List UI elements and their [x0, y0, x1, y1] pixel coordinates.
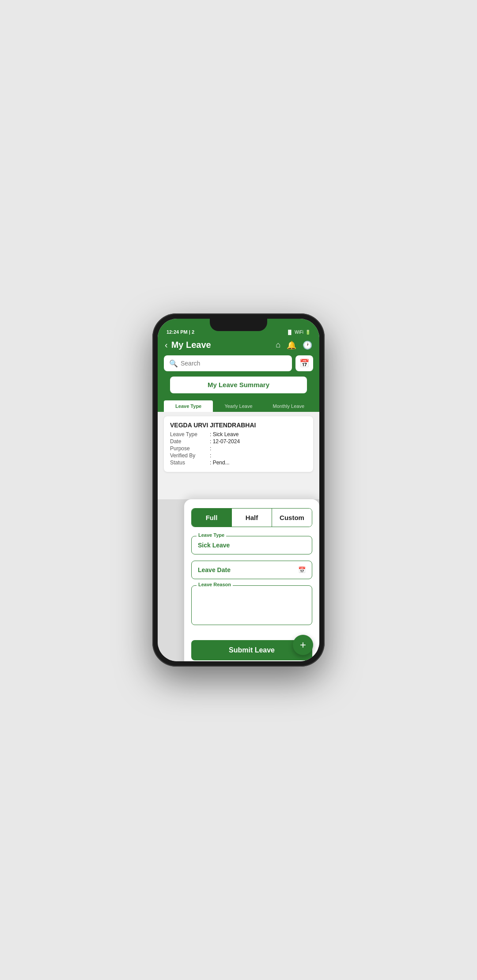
custom-button[interactable]: Custom — [272, 509, 312, 527]
battery-icon: 🔋 — [305, 330, 310, 335]
search-icon: 🔍 — [169, 359, 178, 368]
search-container[interactable]: 🔍 — [164, 355, 292, 371]
leave-reason-field-group: Leave Reason — [191, 585, 312, 627]
leave-type-label: Leave Type — [170, 431, 210, 437]
leave-type-field-label: Leave Type — [197, 532, 226, 538]
home-icon[interactable]: ⌂ — [276, 340, 280, 350]
wifi-icon: WiFi — [295, 330, 303, 335]
app-header: ‹ My Leave ⌂ 🔔 🕐 — [158, 336, 319, 355]
leave-type-input[interactable] — [191, 536, 312, 554]
leave-date-calendar-icon: 📅 — [298, 566, 306, 573]
purpose-label: Purpose — [170, 445, 210, 452]
leave-date-picker[interactable]: Leave Date 📅 — [191, 561, 312, 579]
phone-screen: 12:24 PM | 2 ▐▌ WiFi 🔋 ‹ My Leave ⌂ 🔔 🕐 … — [158, 319, 319, 661]
employee-name: VEGDA URVI JITENDRABHAI — [170, 422, 307, 429]
tabs-row: Leave Type Yearly Leave Monthly Leave — [158, 397, 319, 412]
header-left: ‹ My Leave — [165, 340, 211, 350]
tab-yearly-leave[interactable]: Yearly Leave — [214, 400, 263, 412]
leave-date-field-group: Leave Date 📅 — [191, 561, 312, 579]
leave-type-row: Leave Type : Sick Leave — [170, 431, 307, 437]
signal-icon: ▐▌ — [287, 330, 293, 335]
modal-overlay: Full Half Custom Leave Type Leave Date 📅 — [158, 499, 319, 661]
status-icons: ▐▌ WiFi 🔋 — [287, 330, 310, 335]
tab-leave-type[interactable]: Leave Type — [164, 400, 213, 412]
leave-reason-textarea[interactable] — [191, 585, 312, 625]
full-day-button[interactable]: Full — [192, 509, 232, 527]
verified-value: : — [210, 452, 211, 459]
date-value: : 12-07-2024 — [210, 438, 240, 445]
date-label: Date — [170, 438, 210, 445]
phone-frame: 12:24 PM | 2 ▐▌ WiFi 🔋 ‹ My Leave ⌂ 🔔 🕐 … — [152, 313, 325, 667]
summary-banner: My Leave Summary — [170, 377, 307, 393]
search-row: 🔍 📅 — [158, 355, 319, 377]
calendar-button[interactable]: 📅 — [295, 355, 313, 371]
date-row: Date : 12-07-2024 — [170, 438, 307, 445]
status-time: 12:24 PM | 2 — [167, 329, 194, 335]
status-row: Status : Pend... — [170, 460, 307, 466]
summary-label: My Leave Summary — [208, 381, 269, 388]
header-actions: ⌂ 🔔 🕐 — [276, 340, 312, 350]
verified-label: Verified By — [170, 452, 210, 459]
status-value: : Pend... — [210, 460, 230, 466]
status-label: Status — [170, 460, 210, 466]
back-button[interactable]: ‹ — [165, 340, 168, 350]
notification-icon[interactable]: 🔔 — [287, 340, 296, 350]
fab-button[interactable]: + — [293, 635, 313, 655]
page-title: My Leave — [171, 340, 211, 350]
half-day-button[interactable]: Half — [232, 509, 272, 527]
phone-notch — [210, 319, 267, 331]
calendar-icon: 📅 — [299, 358, 309, 368]
verified-row: Verified By : — [170, 452, 307, 459]
purpose-row: Purpose : — [170, 445, 307, 452]
search-input[interactable] — [181, 360, 287, 367]
leave-date-label: Leave Date — [198, 566, 231, 573]
purpose-value: : — [210, 445, 211, 452]
leave-duration-toggle: Full Half Custom — [191, 508, 312, 527]
leave-type-field-group: Leave Type — [191, 536, 312, 554]
leave-card: VEGDA URVI JITENDRABHAI Leave Type : Sic… — [164, 416, 313, 472]
tab-monthly-leave[interactable]: Monthly Leave — [264, 400, 313, 412]
leave-type-value: : Sick Leave — [210, 431, 238, 437]
leave-reason-label: Leave Reason — [197, 582, 233, 587]
history-icon[interactable]: 🕐 — [303, 340, 312, 350]
content-area: VEGDA URVI JITENDRABHAI Leave Type : Sic… — [158, 412, 319, 661]
